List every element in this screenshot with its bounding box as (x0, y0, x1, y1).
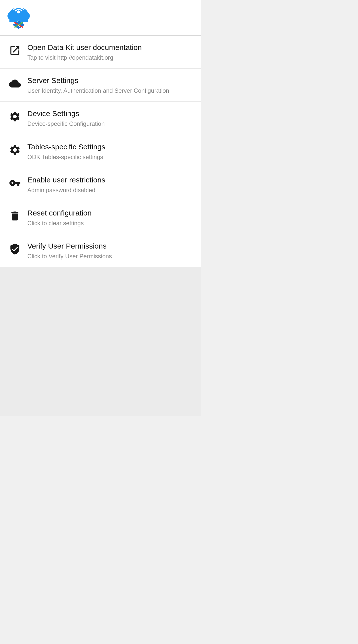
menu-item-tables-settings-text: Tables-specific Settings ODK Tables-spec… (27, 142, 194, 161)
svg-text:K: K (18, 23, 20, 27)
menu-item-documentation-title: Open Data Kit user documentation (27, 42, 194, 52)
external-link-icon (8, 43, 22, 58)
menu-item-verify-permissions-text: Verify User Permissions Click to Verify … (27, 241, 194, 260)
menu-item-server-settings[interactable]: Server Settings User Identity, Authentic… (0, 68, 202, 102)
bottom-empty-area (0, 267, 202, 416)
settings-menu: Open Data Kit user documentation Tap to … (0, 36, 202, 267)
gear-icon (8, 109, 22, 124)
svg-point-4 (17, 10, 20, 14)
shield-check-icon (8, 242, 22, 256)
menu-item-verify-permissions[interactable]: Verify User Permissions Click to Verify … (0, 234, 202, 267)
menu-item-verify-permissions-title: Verify User Permissions (27, 241, 194, 251)
menu-item-device-settings-subtitle: Device-specific Configuration (27, 120, 194, 128)
menu-item-server-settings-title: Server Settings (27, 76, 194, 85)
menu-item-reset-configuration[interactable]: Reset configuration Click to clear setti… (0, 201, 202, 234)
app-header: K (0, 0, 202, 36)
menu-item-device-settings[interactable]: Device Settings Device-specific Configur… (0, 102, 202, 135)
menu-item-device-settings-title: Device Settings (27, 108, 194, 118)
menu-item-reset-configuration-title: Reset configuration (27, 208, 194, 218)
menu-item-enable-restrictions-subtitle: Admin password disabled (27, 186, 194, 194)
menu-item-tables-settings[interactable]: Tables-specific Settings ODK Tables-spec… (0, 135, 202, 168)
menu-item-documentation-subtitle: Tap to visit http://opendatakit.org (27, 54, 194, 62)
menu-item-device-settings-text: Device Settings Device-specific Configur… (27, 108, 194, 128)
menu-item-server-settings-text: Server Settings User Identity, Authentic… (27, 76, 194, 94)
menu-item-reset-configuration-subtitle: Click to clear settings (27, 219, 194, 227)
menu-item-enable-restrictions-text: Enable user restrictions Admin password … (27, 175, 194, 194)
menu-item-server-settings-subtitle: User Identity, Authentication and Server… (27, 87, 194, 94)
cloud-icon (8, 76, 22, 91)
key-icon (8, 176, 22, 190)
tables-gear-icon (8, 142, 22, 157)
menu-item-documentation-text: Open Data Kit user documentation Tap to … (27, 42, 194, 62)
menu-item-reset-configuration-text: Reset configuration Click to clear setti… (27, 208, 194, 227)
menu-item-tables-settings-subtitle: ODK Tables-specific settings (27, 153, 194, 161)
trash-icon (8, 208, 22, 224)
menu-item-enable-restrictions[interactable]: Enable user restrictions Admin password … (0, 168, 202, 201)
app-logo: K (5, 4, 32, 32)
menu-item-verify-permissions-subtitle: Click to Verify User Permissions (27, 252, 194, 260)
menu-item-documentation[interactable]: Open Data Kit user documentation Tap to … (0, 36, 202, 68)
menu-item-tables-settings-title: Tables-specific Settings (27, 142, 194, 152)
menu-item-enable-restrictions-title: Enable user restrictions (27, 175, 194, 185)
